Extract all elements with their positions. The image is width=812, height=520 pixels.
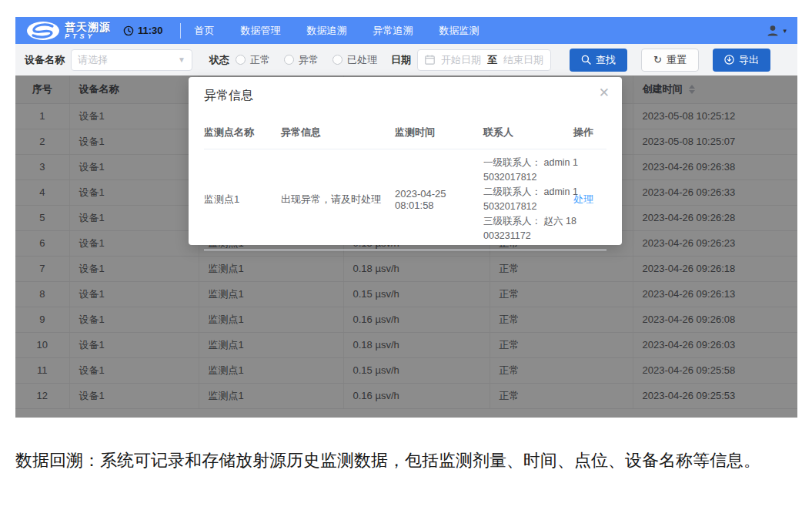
app-logo: 普天溯源 PTSY xyxy=(26,21,111,41)
nav-item-data-management[interactable]: 数据管理 xyxy=(241,24,281,38)
handle-link[interactable]: 处理 xyxy=(573,193,593,205)
radio-circle-icon[interactable] xyxy=(284,55,294,65)
cell-contacts: 一级联系人： admin 1 5032017812 二级联系人： admin 1… xyxy=(483,156,573,243)
user-avatar-icon[interactable] xyxy=(766,24,780,38)
exception-info-modal: 异常信息 ✕ 监测点名称 异常信息 监测时间 联系人 操作 监测点1 出现异常，… xyxy=(189,77,622,245)
status-radio-normal-label: 正常 xyxy=(250,53,270,67)
close-icon[interactable]: ✕ xyxy=(599,86,610,99)
export-icon xyxy=(724,55,734,65)
exception-table-header: 监测点名称 异常信息 监测时间 联系人 操作 xyxy=(204,118,606,149)
topbar-divider xyxy=(180,23,181,39)
radio-circle-icon[interactable] xyxy=(332,55,343,65)
cell-time: 2023-04-25 08:01:58 xyxy=(395,188,483,211)
exception-table-row: 监测点1 出现异常，请及时处理 2023-04-25 08:01:58 一级联系… xyxy=(204,149,606,250)
nav-item-data-trace[interactable]: 数据追溯 xyxy=(307,24,347,38)
top-navbar: 普天溯源 PTSY 11:30 首页 数据管理 数据追溯 异常追溯 数据监测 ▾ xyxy=(15,17,797,44)
nav-item-data-monitor[interactable]: 数据监测 xyxy=(439,24,480,38)
radio-circle-icon[interactable] xyxy=(236,55,246,65)
status-radio-abnormal-label: 异常 xyxy=(299,53,319,67)
search-button-label: 查找 xyxy=(596,53,616,67)
m-col-header-point: 监测点名称 xyxy=(204,126,281,139)
contact-line: 二级联系人： admin 1 xyxy=(483,185,567,200)
page-caption: 数据回溯：系统可记录和存储放射源历史监测数据，包括监测剂量、时间、点位、设备名称… xyxy=(15,445,799,476)
date-range-picker[interactable]: 开始日期 至 结束日期 xyxy=(417,49,551,71)
m-col-header-action: 操作 xyxy=(573,126,606,139)
export-button-label: 导出 xyxy=(739,53,759,67)
clock-time: 11:30 xyxy=(138,25,163,36)
app-window: 普天溯源 PTSY 11:30 首页 数据管理 数据追溯 异常追溯 数据监测 ▾ xyxy=(15,17,797,418)
search-icon xyxy=(581,55,591,65)
reset-button[interactable]: ↻ 重置 xyxy=(641,49,699,72)
modal-title: 异常信息 xyxy=(204,88,606,104)
status-radio-group: 正常 异常 已处理 xyxy=(236,53,377,67)
cell-action: 处理 xyxy=(573,193,606,206)
device-name-select[interactable]: 请选择 ▼ xyxy=(71,49,192,71)
contact-line: 5032017812 xyxy=(483,200,567,214)
reset-button-label: 重置 xyxy=(667,53,687,67)
status-radio-normal[interactable]: 正常 xyxy=(236,53,270,67)
status-radio-handled[interactable]: 已处理 xyxy=(332,53,377,67)
status-label: 状态 xyxy=(209,53,229,67)
nav-item-exception-trace[interactable]: 异常追溯 xyxy=(373,24,413,38)
nav-menu: 首页 数据管理 数据追溯 异常追溯 数据监测 xyxy=(195,24,480,38)
m-col-header-time: 监测时间 xyxy=(395,126,483,139)
m-col-header-message: 异常信息 xyxy=(281,126,395,139)
logo-title: 普天溯源 xyxy=(65,22,111,32)
user-menu-caret-icon[interactable]: ▾ xyxy=(783,27,787,35)
logo-subtitle: PTSY xyxy=(65,33,111,40)
date-start-input[interactable]: 开始日期 xyxy=(441,53,481,67)
refresh-icon: ↻ xyxy=(653,55,662,65)
calendar-icon xyxy=(425,55,435,65)
logo-swoosh-icon xyxy=(26,21,60,41)
device-select-placeholder: 请选择 xyxy=(78,53,108,67)
chevron-down-icon: ▼ xyxy=(178,55,185,64)
cell-point: 监测点1 xyxy=(204,193,281,206)
date-label: 日期 xyxy=(391,53,411,67)
exception-table: 监测点名称 异常信息 监测时间 联系人 操作 监测点1 出现异常，请及时处理 2… xyxy=(204,118,606,250)
clock-display: 11:30 xyxy=(123,25,163,36)
contact-line: 三级联系人： 赵六 18 xyxy=(483,214,567,229)
filter-toolbar: 设备名称 请选择 ▼ 状态 正常 异常 已处理 日期 xyxy=(15,44,797,75)
status-radio-abnormal[interactable]: 异常 xyxy=(284,53,319,67)
m-col-header-contact: 联系人 xyxy=(483,126,573,139)
nav-item-home[interactable]: 首页 xyxy=(195,24,215,38)
cell-message: 出现异常，请及时处理 xyxy=(281,193,395,206)
clock-icon xyxy=(123,25,134,36)
contact-line: 5032017812 xyxy=(483,170,567,185)
contact-line: 003231172 xyxy=(483,229,567,243)
export-button[interactable]: 导出 xyxy=(713,49,770,72)
contact-line: 一级联系人： admin 1 xyxy=(483,156,567,170)
search-button[interactable]: 查找 xyxy=(570,49,627,72)
user-menu[interactable]: ▾ xyxy=(766,24,787,38)
date-end-input[interactable]: 结束日期 xyxy=(503,53,543,67)
status-radio-handled-label: 已处理 xyxy=(347,53,377,67)
device-name-label: 设备名称 xyxy=(25,53,65,67)
date-separator: 至 xyxy=(487,53,497,67)
